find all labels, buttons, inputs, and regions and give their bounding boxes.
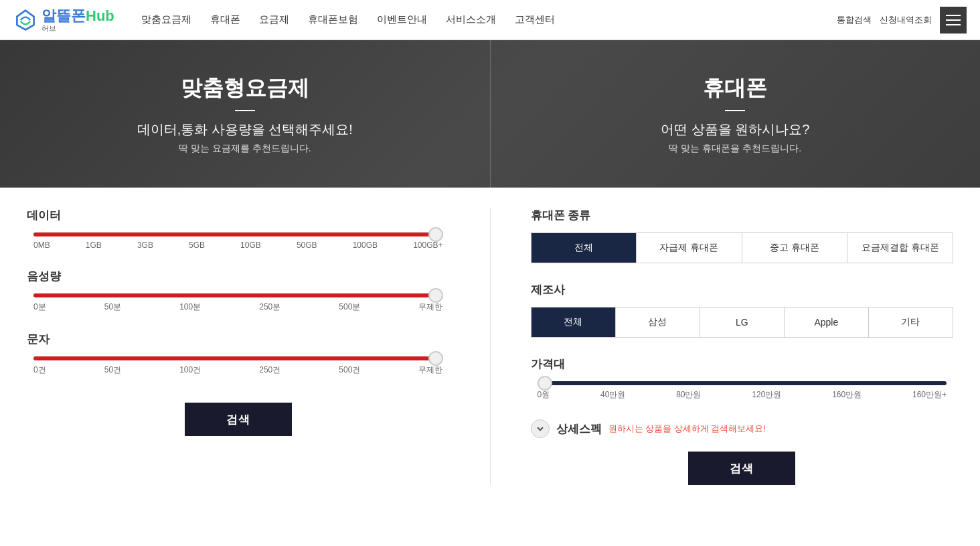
nav-item-rate[interactable]: 요금제: [259, 13, 289, 26]
left-panel: 데이터 0MB 1GB 3GB 5GB 10GB 50GB 100GB 100G…: [27, 208, 450, 485]
logo-icon: [13, 8, 37, 32]
data-mark-0: 0MB: [33, 241, 50, 250]
hero-right-divider: [725, 110, 745, 111]
voice-slider-container: 0분 50분 100분 250분 500분 무제한: [27, 293, 450, 313]
left-search-button[interactable]: 검색: [185, 403, 292, 436]
phone-type-filter: 휴대폰 종류 전체 자급제 휴대폰 중고 휴대폰 요금제결합 휴대폰: [531, 208, 954, 263]
detail-spec-toggle[interactable]: [531, 419, 550, 438]
panel-divider: [490, 208, 491, 485]
sms-label: 문자: [27, 332, 450, 347]
data-slider-container: 0MB 1GB 3GB 5GB 10GB 50GB 100GB 100GB+: [27, 232, 450, 250]
price-mark-3: 120만원: [752, 389, 781, 401]
manufacturer-title: 제조사: [531, 282, 954, 297]
sms-mark-0: 0건: [33, 364, 46, 376]
hero-right-desc: 딱 맞는 휴대폰을 추천드립니다.: [669, 143, 801, 155]
data-slider-labels: 0MB 1GB 3GB 5GB 10GB 50GB 100GB 100GB+: [33, 241, 443, 250]
hero-banner: 맞춤형요금제 데이터,통화 사용량을 선택해주세요! 딱 맞는 요금제를 추천드…: [0, 40, 980, 188]
hero-right-subtitle: 어떤 상품을 원하시나요?: [661, 121, 809, 139]
main-nav: 맞춤요금제 휴대폰 요금제 휴대폰보험 이벤트안내 서비스소개 고객센터: [141, 13, 837, 26]
hamburger-line: [946, 24, 961, 25]
sms-mark-4: 500건: [339, 364, 360, 376]
nav-item-plan[interactable]: 맞춤요금제: [141, 13, 191, 26]
voice-mark-0: 0분: [33, 301, 46, 313]
voice-mark-5: 무제한: [418, 301, 442, 313]
nav-item-service[interactable]: 서비스소개: [446, 13, 496, 26]
sms-slider-thumb[interactable]: [428, 351, 443, 366]
hero-right: 휴대폰 어떤 상품을 원하시나요? 딱 맞는 휴대폰을 추천드립니다.: [490, 40, 981, 188]
hamburger-line: [946, 19, 961, 21]
sms-slider-container: 0건 50건 100건 250건 500건 무제한: [27, 356, 450, 376]
price-title: 가격대: [531, 356, 954, 372]
hero-left: 맞춤형요금제 데이터,통화 사용량을 선택해주세요! 딱 맞는 요금제를 추천드…: [0, 40, 490, 188]
price-filter: 가격대 0원 40만원 80만원 120만원 160만원 160만원+: [531, 356, 954, 401]
mfr-btn-samsung[interactable]: 삼성: [616, 308, 700, 337]
mfr-btn-lg[interactable]: LG: [700, 308, 785, 337]
price-slider-thumb[interactable]: [538, 376, 552, 391]
price-slider-labels: 0원 40만원 80만원 120만원 160만원 160만원+: [538, 389, 947, 401]
manufacturer-group: 전체 삼성 LG Apple 기타: [531, 307, 954, 338]
nav-item-phone[interactable]: 휴대폰: [210, 13, 240, 26]
util-history[interactable]: 신청내역조회: [880, 14, 932, 26]
logo-text: 알뜰폰Hub: [42, 7, 114, 24]
phone-type-btn-used[interactable]: 중고 휴대폰: [742, 233, 848, 263]
voice-mark-4: 500분: [339, 301, 360, 313]
voice-mark-3: 250분: [259, 301, 280, 313]
hero-left-title: 맞춤형요금제: [181, 74, 309, 103]
price-mark-4: 160만원: [832, 389, 862, 401]
phone-type-btn-all[interactable]: 전체: [532, 233, 637, 263]
voice-mark-1: 50분: [104, 301, 121, 313]
voice-slider-fill: [33, 293, 436, 297]
data-mark-3: 5GB: [189, 241, 205, 250]
data-label: 데이터: [27, 208, 450, 223]
data-slider-thumb[interactable]: [428, 227, 443, 242]
hamburger-line: [946, 15, 961, 16]
price-mark-0: 0원: [538, 389, 550, 401]
sms-mark-2: 100건: [179, 364, 201, 376]
sms-filter: 문자 0건 50건 100건 250건 500건 무제한: [27, 332, 450, 376]
main-content: 데이터 0MB 1GB 3GB 5GB 10GB 50GB 100GB 100G…: [0, 188, 980, 505]
price-slider-track: [538, 381, 947, 385]
hamburger-button[interactable]: [940, 7, 967, 33]
chevron-down-icon: [536, 424, 545, 433]
phone-type-btn-bundle[interactable]: 요금제결합 휴대폰: [847, 233, 953, 263]
price-mark-5: 160만원+: [912, 389, 947, 401]
sms-slider-track: [33, 356, 443, 360]
hero-left-divider: [235, 110, 255, 111]
data-mark-2: 3GB: [137, 241, 153, 250]
data-slider-fill: [33, 232, 436, 236]
hero-right-title: 휴대폰: [703, 74, 767, 103]
mfr-btn-other[interactable]: 기타: [869, 308, 953, 337]
logo[interactable]: 알뜰폰Hub 허브: [13, 6, 114, 33]
detail-spec-desc: 원하시는 상품을 상세하게 검색해보세요!: [608, 423, 766, 435]
hero-left-desc: 딱 맞는 요금제를 추천드립니다.: [179, 143, 311, 155]
data-mark-6: 100GB: [353, 241, 378, 250]
sms-mark-3: 250건: [259, 364, 280, 376]
header-right: 통합검색 신청내역조회: [837, 7, 967, 33]
right-search-button[interactable]: 검색: [688, 452, 795, 485]
right-panel: 휴대폰 종류 전체 자급제 휴대폰 중고 휴대폰 요금제결합 휴대폰 제조사 전…: [531, 208, 954, 485]
phone-type-group: 전체 자급제 휴대폰 중고 휴대폰 요금제결합 휴대폰: [531, 232, 954, 263]
price-slider-container: 0원 40만원 80만원 120만원 160만원 160만원+: [531, 381, 954, 401]
data-mark-7: 100GB+: [413, 241, 442, 250]
manufacturer-filter: 제조사 전체 삼성 LG Apple 기타: [531, 282, 954, 338]
voice-filter: 음성량 0분 50분 100분 250분 500분 무제한: [27, 269, 450, 313]
voice-slider-labels: 0분 50분 100분 250분 500분 무제한: [33, 301, 443, 313]
util-search[interactable]: 통합검색: [837, 14, 872, 26]
nav-item-support[interactable]: 고객센터: [515, 13, 555, 26]
nav-item-event[interactable]: 이벤트안내: [377, 13, 427, 26]
mfr-btn-all[interactable]: 전체: [532, 308, 616, 337]
data-mark-5: 50GB: [297, 241, 317, 250]
detail-spec-row: 상세스펙 원하시는 상품을 상세하게 검색해보세요!: [531, 419, 954, 438]
mfr-btn-apple[interactable]: Apple: [785, 308, 869, 337]
price-mark-1: 40만원: [600, 389, 625, 401]
voice-slider-thumb[interactable]: [428, 288, 443, 303]
data-filter: 데이터 0MB 1GB 3GB 5GB 10GB 50GB 100GB 100G…: [27, 208, 450, 250]
phone-type-btn-sim[interactable]: 자급제 휴대폰: [637, 233, 742, 263]
nav-item-insurance[interactable]: 휴대폰보험: [308, 13, 358, 26]
hero-left-subtitle: 데이터,통화 사용량을 선택해주세요!: [137, 121, 353, 139]
data-slider-track: [33, 232, 443, 236]
header: 알뜰폰Hub 허브 맞춤요금제 휴대폰 요금제 휴대폰보험 이벤트안내 서비스소…: [0, 0, 980, 40]
phone-type-title: 휴대폰 종류: [531, 208, 954, 223]
voice-mark-2: 100분: [179, 301, 201, 313]
detail-spec-title: 상세스펙: [556, 421, 602, 437]
